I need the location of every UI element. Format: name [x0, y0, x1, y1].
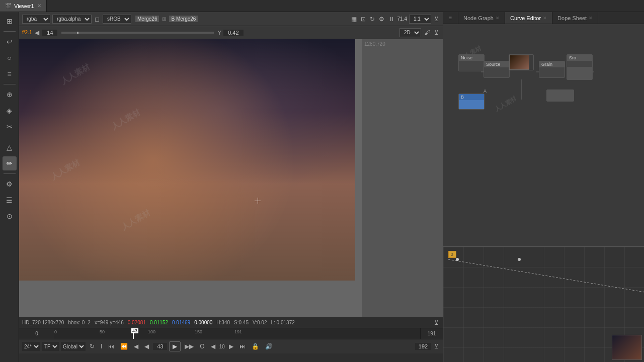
plus-icon: ⊕ [7, 90, 13, 99]
undo-btn[interactable]: ↩ [3, 35, 17, 49]
ruler-area: 0 50 100 150 191 43 [54, 328, 443, 339]
curve-area: 2 [443, 246, 644, 362]
bbox-status: bbox: 0 -2 [68, 320, 90, 325]
play-btn[interactable]: ▶ [169, 341, 181, 351]
eye-icon: ⊙ [7, 212, 13, 220]
layout-icon: ⊞ [7, 17, 13, 25]
expand-icon[interactable]: ⊻ [433, 16, 440, 23]
frame-number-input[interactable] [42, 30, 57, 36]
node-noise[interactable]: Noise [458, 54, 485, 71]
status-bar: HD_720 644x362 bbox: 0 -2 x=949 y=446 0… [19, 317, 443, 328]
guides-icon[interactable]: ⊡ [360, 16, 367, 23]
panel-icon: ≡ [443, 12, 458, 24]
lock-btn[interactable]: 🔒 [250, 342, 261, 351]
pen-btn[interactable]: ✏ [3, 156, 17, 170]
prev-frame-icon[interactable]: ◀ [34, 29, 40, 36]
timeline-expand-icon[interactable]: ⊻ [433, 343, 440, 350]
orange-node[interactable]: 2 [448, 251, 456, 258]
node-noise-body [459, 61, 484, 71]
cut-icon: ✂ [7, 123, 13, 131]
panel-grip-icon: ≡ [449, 15, 452, 21]
compare-icon[interactable]: ↻ [369, 16, 376, 23]
view-options-icon[interactable]: ⊻ [433, 29, 440, 36]
tab-dope-sheet-label: Dope Sheet [557, 15, 587, 21]
s-value: S:0.45 [234, 320, 249, 325]
colorspace-select[interactable]: sRGB [103, 15, 131, 24]
node-merge26[interactable] [509, 54, 534, 70]
skip-end-btn[interactable]: ⏭ [237, 342, 248, 351]
node-filter-body [547, 90, 574, 101]
frame-slider[interactable] [61, 32, 213, 34]
ruler-150: 150 [195, 329, 202, 334]
main-tab-bar: 🎬 Viewer1 ✕ [0, 0, 644, 12]
a-value: 0.00000 [194, 320, 212, 325]
eye-btn[interactable]: ⊙ [3, 209, 17, 223]
ratio-select[interactable]: 1:1 2:1 Fit [409, 15, 431, 24]
viewer-canvas: 人人素材 人人素材 人人素材 人人素材 1280,720 [19, 39, 443, 317]
prev-btn[interactable]: ⏪ [118, 342, 130, 351]
node-sro-header: Sro [567, 55, 592, 61]
frame-in-display: f/2.1 [22, 30, 32, 35]
fps-select[interactable]: 24* 25 30 [22, 342, 40, 351]
circle-icon: ○ [7, 54, 11, 62]
node-merge-b[interactable]: B [458, 94, 485, 110]
view-mode-select[interactable]: 2D 3D [399, 28, 421, 37]
settings2-icon[interactable]: ⚙ [378, 16, 385, 23]
layout-btn[interactable]: ⊞ [3, 14, 17, 28]
node-merge26-thumb [509, 55, 529, 70]
settings-btn[interactable]: ⚙ [3, 177, 17, 191]
ruler-0: 0 [54, 329, 57, 334]
coords-display: 1280,720 [362, 39, 443, 49]
audio-btn[interactable]: 🔊 [263, 342, 275, 351]
tab-viewer-close[interactable]: ✕ [37, 3, 41, 9]
out-point-btn[interactable]: O [198, 342, 206, 351]
tab-dope-sheet[interactable]: Dope Sheet ✕ [552, 12, 598, 24]
current-frame-display: 43 [153, 343, 167, 350]
tab-curve-editor[interactable]: Curve Editor ✕ [505, 12, 552, 24]
timeline-ruler[interactable]: 0 0 50 100 150 191 43 191 [19, 328, 443, 339]
roi-icon[interactable]: ▦ [350, 16, 358, 23]
color-picker-icon[interactable]: 🖌 [423, 29, 431, 36]
plus-btn[interactable]: ⊕ [3, 87, 17, 102]
layers-btn[interactable]: ≡ [3, 67, 17, 81]
menu-btn[interactable]: ☰ [3, 193, 17, 207]
circle-btn[interactable]: ○ [3, 51, 17, 65]
frame-bar: f/2.1 ◀ Y 2D 3D 🖌 ⊻ [19, 26, 443, 39]
timeline-controls: 24* 25 30 TF Global ↻ I ⏮ ⏪ ◀ ◀ 43 ▶ ▶▶ [19, 339, 443, 353]
fwd-btn[interactable]: ▶ [227, 342, 235, 351]
tf-select[interactable]: TF [42, 342, 59, 351]
status-expand-icon[interactable]: ⊻ [433, 319, 440, 326]
step-fwd-btn[interactable]: ▶▶ [183, 342, 196, 351]
end-frame-display: 192 [415, 343, 431, 350]
color-icon: ◻ [94, 16, 101, 23]
ruler-100: 100 [148, 329, 155, 334]
node-source[interactable]: Source [484, 61, 510, 78]
tab-curve-editor-close[interactable]: ✕ [543, 16, 547, 21]
node-grain[interactable]: Grain [539, 61, 565, 78]
tab-node-graph-close[interactable]: ✕ [496, 16, 500, 21]
tab-viewer-label: Viewer1 [14, 3, 34, 9]
tab-node-graph[interactable]: Node Graph ✕ [458, 12, 505, 24]
main-area: ⊞ ↩ ○ ≡ ⊕ ◈ ✂ △ ✏ ⚙ ☰ ⊙ rgba red green b… [0, 12, 644, 362]
channel-select[interactable]: rgba red green blue alpha [22, 15, 50, 24]
node-source-header: Source [484, 61, 509, 67]
tab-viewer[interactable]: 🎬 Viewer1 ✕ [0, 0, 47, 12]
curve-dot-1 [456, 258, 459, 261]
back-btn[interactable]: ◀ [132, 342, 140, 351]
in-point-btn[interactable]: I [99, 342, 104, 351]
skip-step-btn[interactable]: ◀ [209, 342, 217, 351]
node-filter[interactable] [546, 89, 574, 102]
transform-btn[interactable]: ◈ [3, 104, 17, 118]
tab-dope-sheet-close[interactable]: ✕ [589, 16, 593, 21]
alpha-select[interactable]: rgba.alpha [52, 15, 92, 24]
loop-btn[interactable]: ↻ [88, 342, 97, 351]
y-value-input[interactable] [223, 30, 244, 36]
global-select[interactable]: Global [61, 342, 86, 351]
step-back-btn[interactable]: ◀ [142, 342, 151, 351]
skip-start-btn[interactable]: ⏮ [106, 342, 116, 351]
cut-btn[interactable]: ✂ [3, 120, 17, 134]
toolbar-divider-2 [4, 84, 16, 84]
pause-icon[interactable]: ⏸ [387, 16, 395, 23]
shape-btn[interactable]: △ [3, 140, 17, 154]
node-output[interactable] [567, 67, 593, 80]
